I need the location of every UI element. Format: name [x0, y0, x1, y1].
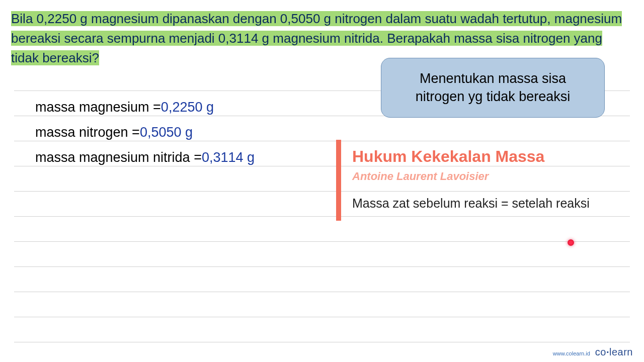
footer: www.colearn.id co·learn	[553, 346, 633, 358]
given-value: 0,2250 g	[161, 100, 214, 115]
law-statement: Massa zat sebelum reaksi = setelah reaks…	[352, 196, 637, 211]
ruled-line	[14, 241, 630, 242]
callout-line-2: nitrogen yg tidak bereaksi	[395, 87, 590, 106]
given-row: massa nitrogen = 0,5050 g	[35, 120, 255, 145]
given-value: 0,5050 g	[140, 125, 193, 140]
given-label: massa magnesium nitrida =	[35, 150, 202, 165]
footer-url: www.colearn.id	[553, 350, 590, 356]
given-row: massa magnesium = 0,2250 g	[35, 95, 255, 120]
law-box: Hukum Kekekalan Massa Antoine Laurent La…	[336, 140, 637, 221]
ruled-line	[14, 266, 630, 267]
ruled-line	[14, 317, 630, 317]
brand-part1: co	[595, 346, 606, 357]
given-row: massa magnesium nitrida = 0,3114 g	[35, 145, 255, 170]
pointer-dot-icon	[568, 239, 574, 246]
ruled-line	[14, 292, 630, 292]
given-label: massa nitrogen =	[35, 125, 140, 140]
callout-line-1: Menentukan massa sisa	[395, 69, 590, 87]
question-text: Bila 0,2250 g magnesium dipanaskan denga…	[11, 11, 622, 65]
law-author: Antoine Laurent Lavoisier	[352, 170, 637, 183]
ruled-line	[14, 342, 630, 342]
footer-brand: co·learn	[595, 346, 633, 358]
objective-callout: Menentukan massa sisa nitrogen yg tidak …	[381, 58, 605, 118]
given-label: massa magnesium =	[35, 100, 161, 115]
given-data-block: massa magnesium = 0,2250 g massa nitroge…	[35, 95, 255, 170]
law-title: Hukum Kekekalan Massa	[352, 147, 637, 166]
given-value: 0,3114 g	[202, 150, 255, 165]
brand-part2: learn	[609, 346, 633, 357]
